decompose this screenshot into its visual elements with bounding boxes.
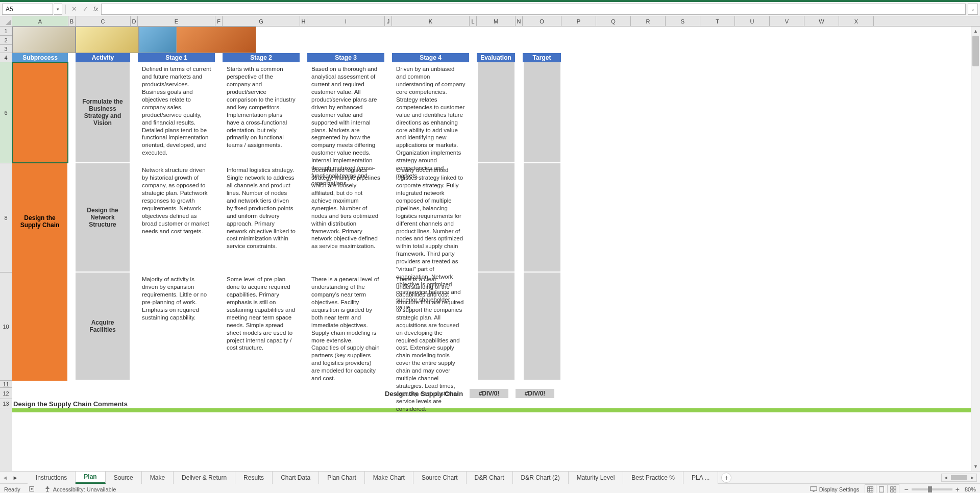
target-cell[interactable] bbox=[523, 273, 561, 380]
formula-input[interactable] bbox=[101, 4, 966, 15]
col-header-p[interactable]: P bbox=[561, 16, 596, 26]
tab-nav-prev-icon[interactable]: ◄ bbox=[0, 473, 10, 483]
gap bbox=[68, 62, 76, 162]
sheet-tab-plan-chart[interactable]: Plan Chart bbox=[319, 472, 365, 484]
col-header-m[interactable]: M bbox=[477, 16, 516, 26]
sheet-tab-source-chart[interactable]: Source Chart bbox=[413, 472, 467, 484]
zoom-in-button[interactable]: + bbox=[955, 485, 960, 494]
hscroll-right-icon[interactable]: ► bbox=[968, 474, 976, 481]
col-header-f[interactable]: F bbox=[215, 16, 223, 26]
evaluation-cell[interactable] bbox=[477, 62, 516, 162]
horizontal-scrollbar[interactable]: ◄ ► bbox=[941, 474, 977, 482]
tab-nav-next-icon[interactable]: ► bbox=[10, 473, 20, 483]
col-header-i[interactable]: I bbox=[307, 16, 385, 26]
sheet-tab-deliver-return[interactable]: Deliver & Return bbox=[174, 472, 235, 484]
sheet-tab-make[interactable]: Make bbox=[142, 472, 174, 484]
view-normal-button[interactable] bbox=[865, 485, 876, 494]
sheet-tab-make-chart[interactable]: Make Chart bbox=[365, 472, 413, 484]
col-header-h[interactable]: H bbox=[300, 16, 307, 26]
table-row: Acquire Facilities Majority of activity … bbox=[68, 273, 980, 381]
hscroll-thumb[interactable] bbox=[951, 475, 967, 480]
formula-bar: A5 ▾ ✕ ✓ fx ⌄ bbox=[0, 2, 980, 16]
row-header-13[interactable]: 13 bbox=[0, 399, 12, 408]
row-header-2[interactable]: 2 bbox=[0, 36, 12, 45]
scroll-up-icon[interactable]: ▲ bbox=[971, 27, 980, 36]
col-header-j[interactable]: J bbox=[385, 16, 392, 26]
zoom-thumb[interactable] bbox=[928, 486, 932, 492]
gap bbox=[68, 273, 76, 380]
expand-formula-bar-icon[interactable]: ⌄ bbox=[968, 4, 978, 15]
svg-rect-4 bbox=[868, 486, 873, 492]
zoom-out-button[interactable]: − bbox=[904, 485, 909, 494]
sheet-tab-chart-data[interactable]: Chart Data bbox=[273, 472, 319, 484]
gap bbox=[215, 53, 223, 62]
col-header-u[interactable]: U bbox=[735, 16, 770, 26]
accessibility-status[interactable]: Accessibility: Unavailable bbox=[44, 486, 116, 493]
sheet-tab-pla[interactable]: PLA ... bbox=[683, 472, 718, 484]
evaluation-cell[interactable] bbox=[477, 163, 516, 272]
col-header-q[interactable]: Q bbox=[596, 16, 631, 26]
sheet-tab-maturity-level[interactable]: Maturity Level bbox=[569, 472, 624, 484]
col-header-g[interactable]: G bbox=[223, 16, 300, 26]
fx-icon[interactable]: fx bbox=[93, 6, 98, 13]
stage3-cell: There is a general level of understandin… bbox=[307, 273, 385, 380]
col-header-v[interactable]: V bbox=[770, 16, 804, 26]
gap bbox=[516, 62, 523, 162]
col-header-o[interactable]: O bbox=[523, 16, 561, 26]
vertical-scrollbar[interactable]: ▲ ▼ bbox=[971, 27, 980, 471]
col-header-d[interactable]: D bbox=[131, 16, 138, 26]
view-buttons bbox=[865, 484, 899, 494]
select-all-button[interactable] bbox=[0, 16, 12, 26]
zoom-level[interactable]: 80% bbox=[965, 486, 976, 492]
col-header-r[interactable]: R bbox=[631, 16, 666, 26]
row-header-1[interactable]: 1 bbox=[0, 27, 12, 36]
row-header-8[interactable]: 8 bbox=[0, 163, 12, 273]
sheet-tab-best-practice[interactable]: Best Practice % bbox=[623, 472, 683, 484]
zoom-track[interactable] bbox=[912, 488, 952, 490]
row-header-10[interactable]: 10 bbox=[0, 273, 12, 381]
col-header-a[interactable]: A bbox=[12, 16, 68, 26]
grid-content[interactable]: Subprocess Activity Stage 1 Stage 2 Stag… bbox=[12, 27, 980, 471]
col-header-b[interactable]: B bbox=[68, 16, 76, 26]
col-header-s[interactable]: S bbox=[666, 16, 700, 26]
sheet-tab-source[interactable]: Source bbox=[106, 472, 142, 484]
col-header-x[interactable]: X bbox=[839, 16, 874, 26]
macro-record-icon[interactable] bbox=[29, 485, 36, 494]
col-header-e[interactable]: E bbox=[138, 16, 215, 26]
col-header-w[interactable]: W bbox=[804, 16, 839, 26]
evaluation-cell[interactable] bbox=[477, 273, 516, 380]
sheet-tab-instructions[interactable]: Instructions bbox=[28, 472, 76, 484]
sheet-tab-dr-chart-2[interactable]: D&R Chart (2) bbox=[513, 472, 569, 484]
col-header-c[interactable]: C bbox=[76, 16, 131, 26]
scroll-down-icon[interactable]: ▼ bbox=[971, 462, 980, 471]
row-header-11[interactable]: 11 bbox=[0, 381, 12, 388]
name-box-dropdown[interactable]: ▾ bbox=[54, 4, 62, 15]
view-page-break-button[interactable] bbox=[888, 485, 899, 494]
table-row: Formulate the Business Strategy and Visi… bbox=[68, 62, 980, 163]
target-cell[interactable] bbox=[523, 163, 561, 272]
svg-rect-3 bbox=[811, 486, 817, 490]
scroll-thumb[interactable] bbox=[972, 36, 979, 66]
cancel-icon[interactable]: ✕ bbox=[69, 4, 79, 14]
add-sheet-button[interactable]: + bbox=[721, 473, 731, 483]
col-header-l[interactable]: L bbox=[470, 16, 477, 26]
row-header-3[interactable]: 3 bbox=[0, 45, 12, 53]
target-cell[interactable] bbox=[523, 62, 561, 162]
sheet-tab-plan[interactable]: Plan bbox=[76, 472, 105, 484]
row-header-6[interactable]: 6 bbox=[0, 62, 12, 163]
view-page-layout-button[interactable] bbox=[876, 485, 888, 494]
col-header-n[interactable]: N bbox=[516, 16, 523, 26]
stage2-cell: Some level of pre-plan done to acquire r… bbox=[223, 273, 300, 380]
name-box[interactable]: A5 bbox=[2, 4, 53, 15]
stage1-cell: Majority of activity is driven by expans… bbox=[138, 273, 215, 380]
col-header-k[interactable]: K bbox=[392, 16, 470, 26]
sheet-tab-results[interactable]: Results bbox=[235, 472, 273, 484]
enter-icon[interactable]: ✓ bbox=[80, 4, 90, 14]
header-stage3: Stage 3 bbox=[307, 53, 385, 62]
row-header-4[interactable]: 4 bbox=[0, 53, 12, 62]
display-settings-button[interactable]: Display Settings bbox=[810, 486, 860, 493]
hscroll-left-icon[interactable]: ◄ bbox=[942, 474, 950, 481]
col-header-t[interactable]: T bbox=[700, 16, 735, 26]
row-header-12[interactable]: 12 bbox=[0, 388, 12, 399]
sheet-tab-dr-chart[interactable]: D&R Chart bbox=[467, 472, 513, 484]
